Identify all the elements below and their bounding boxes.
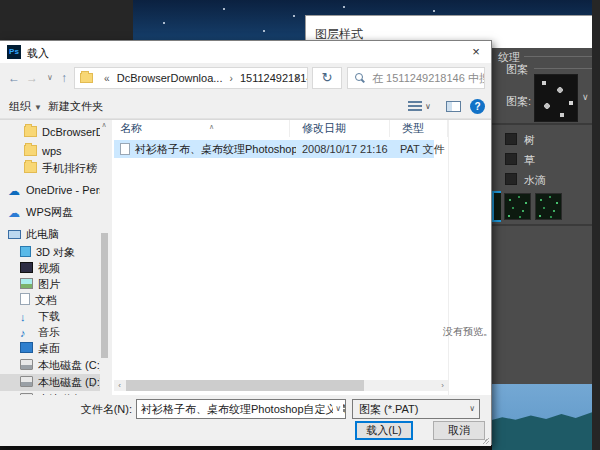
organize-button[interactable]: 组织 ▼ (9, 97, 42, 115)
pattern-preview-thumbnail[interactable] (534, 74, 578, 122)
resize-grip[interactable] (482, 437, 489, 444)
breadcrumb-separator: › (226, 73, 237, 84)
dialog-footer: 文件名(N): 衬衫格子布、桌布纹理Photoshop自定义填充素材下载 ∨ 图… (0, 396, 491, 446)
search-placeholder: 在 1511249218146 中搜索 (372, 72, 485, 84)
file-row-selected[interactable]: 衬衫格子布、桌布纹理Photoshop自定... 2008/10/17 21:1… (114, 140, 434, 158)
dialog-titlebar[interactable]: Ps 载入 × (0, 41, 491, 63)
chevron-down-icon: ∨ (469, 400, 475, 418)
sidebar-item-disk-c[interactable]: 本地磁盘 (C:) (0, 357, 100, 374)
view-options-caret-icon[interactable]: ∨ (425, 102, 431, 111)
back-icon[interactable]: ← (6, 69, 22, 87)
breadcrumb-prefix: « (100, 73, 114, 84)
onedrive-cloud-icon: ☁ (8, 186, 21, 197)
sort-ascending-icon: ∧ (209, 118, 214, 135)
pattern-thumb-icon (505, 173, 517, 185)
sidebar-item-disk-e[interactable]: 本地磁盘 (E:) (0, 391, 100, 395)
search-icon (354, 73, 365, 84)
selected-pattern-swatch[interactable] (492, 191, 501, 222)
chevron-down-icon: ▼ (34, 103, 42, 112)
chevron-down-icon[interactable]: ∨ (333, 400, 343, 418)
sidebar-item-downloads[interactable]: ↓下载 (0, 308, 100, 325)
pattern-swatch[interactable] (504, 193, 531, 220)
scroll-down-icon[interactable]: ∨ (88, 380, 98, 390)
sidebar-scrollbar[interactable] (101, 128, 108, 390)
navigation-sidebar: DcBrowserDow wps 手机排行榜 ☁OneDrive - Pers … (0, 120, 112, 395)
file-icon (120, 143, 130, 155)
folder-icon (24, 145, 37, 156)
column-header-date[interactable]: 修改日期 (296, 120, 390, 137)
photoshop-app-icon: Ps (7, 45, 21, 59)
breadcrumb[interactable]: « DcBrowserDownloa... › 1511249218146 (74, 67, 308, 89)
sidebar-item-this-pc[interactable]: 此电脑 (0, 226, 100, 243)
column-header-type[interactable]: 类型 (396, 120, 448, 137)
horizontal-scrollbar[interactable]: ‹ › (114, 380, 448, 391)
disk-icon (20, 393, 33, 395)
dialog-toolbar: 组织 ▼ 新建文件夹 ∨ ? (0, 93, 491, 117)
document-canvas-image (490, 384, 592, 450)
desktop-icon (20, 342, 33, 353)
up-icon[interactable]: ↑ (56, 69, 72, 87)
sidebar-item-pictures[interactable]: 图片 (0, 276, 100, 293)
wps-cloud-icon: ☁ (8, 208, 21, 219)
divider (524, 56, 600, 57)
pattern-thumb-icon (505, 153, 517, 165)
star (433, 10, 435, 12)
divider (490, 123, 600, 125)
column-header-name[interactable]: 名称 ∧ (114, 120, 290, 137)
change-view-icon[interactable] (408, 101, 422, 112)
refresh-button[interactable]: ↻ (312, 67, 342, 89)
dialog-title: 载入 (27, 46, 49, 61)
sidebar-item-wps[interactable]: wps (0, 143, 100, 160)
pattern-list-item[interactable]: 草 (490, 150, 600, 168)
folder-icon (24, 162, 37, 173)
preview-pane-toggle-icon[interactable] (446, 101, 461, 112)
scroll-left-icon[interactable]: ‹ (114, 380, 125, 391)
folder-icon (24, 126, 37, 137)
filetype-value: 图案 (*.PAT) (359, 403, 418, 415)
scroll-right-icon[interactable]: › (437, 380, 448, 391)
pattern-list-item[interactable]: 水滴 (490, 170, 600, 188)
sidebar-item-phone-ranking[interactable]: 手机排行榜 (0, 160, 100, 177)
star (293, 15, 295, 17)
close-icon[interactable]: × (467, 43, 485, 61)
no-preview-text: 没有预览。 (443, 325, 498, 339)
filetype-select[interactable]: 图案 (*.PAT) ∨ (352, 399, 480, 419)
divider (534, 68, 600, 69)
3d-objects-icon (20, 246, 31, 257)
load-button[interactable]: 载入(L) (355, 421, 413, 440)
sidebar-item-documents[interactable]: 文档 (0, 292, 100, 309)
new-folder-button[interactable]: 新建文件夹 (48, 97, 103, 115)
pattern-list-item[interactable]: 树 (490, 130, 600, 148)
scrollbar-thumb[interactable] (101, 233, 108, 358)
sidebar-item-music[interactable]: ♪音乐 (0, 324, 100, 341)
scrollbar-thumb[interactable] (126, 380, 364, 391)
disk-icon (20, 359, 33, 370)
file-name-cell: 衬衫格子布、桌布纹理Photoshop自定... (114, 140, 296, 158)
folder-icon (80, 73, 93, 83)
sidebar-item-3d-objects[interactable]: 3D 对象 (0, 244, 100, 261)
downloads-icon: ↓ (20, 309, 33, 320)
cancel-button[interactable]: 取消 (433, 421, 485, 440)
filename-input[interactable]: 衬衫格子布、桌布纹理Photoshop自定义填充素材下载 ∨ (136, 399, 346, 419)
pattern-dropdown-icon[interactable]: ∨ (582, 92, 589, 102)
sidebar-item-wps-cloud[interactable]: ☁WPS网盘 (0, 204, 100, 221)
forward-icon[interactable]: → (24, 69, 40, 87)
pattern-item-label: 树 (524, 133, 535, 148)
pattern-swatch[interactable] (535, 193, 562, 220)
sidebar-item-dcbrowser[interactable]: DcBrowserDow (0, 124, 100, 141)
preview-pane: 没有预览。 (448, 120, 491, 395)
sidebar-item-desktop[interactable]: 桌面 (0, 340, 100, 357)
file-date-cell: 2008/10/17 21:16 (302, 140, 396, 158)
sidebar-item-disk-d[interactable]: 本地磁盘 (D:) (0, 374, 100, 391)
help-icon[interactable]: ? (470, 99, 485, 114)
mountain-graphic (490, 408, 592, 450)
star (223, 8, 225, 10)
breadcrumb-root[interactable]: DcBrowserDownloa... (117, 72, 223, 84)
sidebar-item-videos[interactable]: 视频 (0, 260, 100, 277)
filename-label: 文件名(N): (28, 402, 132, 417)
pattern-thumb-icon (505, 133, 517, 145)
address-dropdown-icon[interactable]: ∨ (288, 67, 306, 89)
sidebar-item-onedrive[interactable]: ☁OneDrive - Pers (0, 182, 100, 199)
search-input[interactable]: 在 1511249218146 中搜索 (347, 67, 485, 89)
organize-label: 组织 (9, 100, 31, 112)
